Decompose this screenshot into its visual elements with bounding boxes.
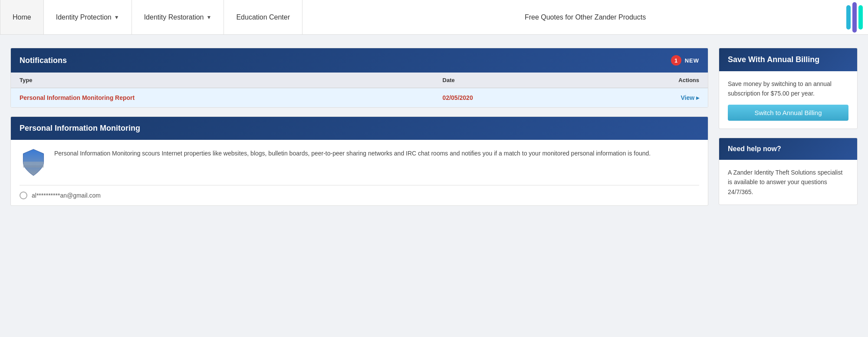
pim-description: Personal Information Monitoring scours I… bbox=[54, 149, 651, 158]
nav-education-center[interactable]: Education Center bbox=[224, 0, 302, 34]
notifications-header: Notifications 1 NEW bbox=[11, 48, 708, 73]
table-row: Personal Information Monitoring Report 0… bbox=[11, 88, 708, 108]
nav-identity-protection[interactable]: Identity Protection ▼ bbox=[44, 0, 132, 34]
nav-icon-group bbox=[846, 0, 868, 35]
help-card: Need help now? A Zander Identity Theft S… bbox=[719, 138, 858, 205]
icon-bar-3 bbox=[858, 5, 863, 30]
nav-home-label: Home bbox=[13, 13, 31, 21]
help-header: Need help now? bbox=[719, 138, 857, 160]
chevron-down-icon: ▼ bbox=[114, 14, 119, 20]
notifications-table: Type Date Actions Personal Information M… bbox=[11, 73, 708, 107]
shield-icon bbox=[20, 149, 47, 176]
nav-identity-protection-label: Identity Protection bbox=[56, 13, 112, 21]
notif-type: Personal Information Monitoring Report bbox=[11, 88, 434, 108]
help-text: A Zander Identity Theft Solutions specia… bbox=[728, 168, 848, 197]
icon-bar-1 bbox=[846, 5, 851, 30]
help-body: A Zander Identity Theft Solutions specia… bbox=[719, 160, 857, 205]
email-radio[interactable] bbox=[20, 192, 27, 199]
chevron-down-icon: ▼ bbox=[207, 14, 212, 20]
notifications-title: Notifications bbox=[20, 56, 67, 65]
main-content: Notifications 1 NEW Type Date Actions Pe bbox=[0, 35, 868, 219]
help-title: Need help now? bbox=[728, 145, 781, 153]
col-actions: Actions bbox=[586, 73, 708, 88]
pim-header: Personal Information Monitoring bbox=[11, 117, 708, 140]
save-annual-text: Save money by switching to an annual sub… bbox=[728, 79, 848, 99]
pim-email-row: al**********an@gmail.com bbox=[11, 185, 708, 205]
notif-date: 02/05/2020 bbox=[434, 88, 586, 108]
nav-education-center-label: Education Center bbox=[236, 13, 290, 21]
notifications-new-label: NEW bbox=[685, 57, 699, 64]
right-column: Save With Annual Billing Save money by s… bbox=[719, 48, 858, 206]
nav-identity-restoration-label: Identity Restoration bbox=[144, 13, 204, 21]
nav-home[interactable]: Home bbox=[0, 0, 44, 34]
save-annual-header: Save With Annual Billing bbox=[719, 48, 857, 71]
save-annual-title: Save With Annual Billing bbox=[728, 55, 819, 64]
nav-free-quotes[interactable]: Free Quotes for Other Zander Products bbox=[302, 0, 868, 34]
nav-bar: Home Identity Protection ▼ Identity Rest… bbox=[0, 0, 868, 35]
nav-free-quotes-label: Free Quotes for Other Zander Products bbox=[525, 13, 646, 21]
col-type: Type bbox=[11, 73, 434, 88]
pim-card: Personal Information Monitoring Personal bbox=[10, 116, 708, 206]
nav-identity-restoration[interactable]: Identity Restoration ▼ bbox=[132, 0, 224, 34]
save-annual-card: Save With Annual Billing Save money by s… bbox=[719, 48, 858, 129]
save-annual-body: Save money by switching to an annual sub… bbox=[719, 71, 857, 129]
svg-rect-0 bbox=[23, 162, 43, 165]
pim-title: Personal Information Monitoring bbox=[20, 124, 140, 133]
notifications-badge: 1 bbox=[671, 55, 681, 66]
svg-rect-1 bbox=[23, 165, 43, 168]
col-date: Date bbox=[434, 73, 586, 88]
notifications-badge-area: 1 NEW bbox=[671, 55, 699, 66]
switch-to-annual-button[interactable]: Switch to Annual Billing bbox=[728, 105, 848, 121]
table-header-row: Type Date Actions bbox=[11, 73, 708, 88]
notif-action[interactable]: View ▸ bbox=[586, 88, 708, 108]
pim-email: al**********an@gmail.com bbox=[32, 192, 101, 199]
notifications-card: Notifications 1 NEW Type Date Actions Pe bbox=[10, 48, 708, 108]
pim-body: Personal Information Monitoring scours I… bbox=[11, 140, 708, 185]
left-column: Notifications 1 NEW Type Date Actions Pe bbox=[10, 48, 708, 206]
icon-bar-2 bbox=[852, 2, 857, 33]
